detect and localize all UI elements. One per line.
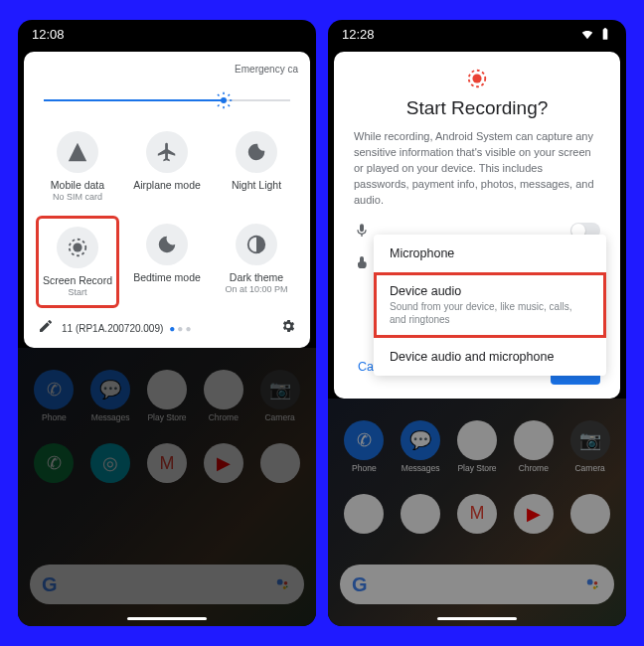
record-icon xyxy=(466,68,488,89)
dialog-title: Start Recording? xyxy=(354,97,600,119)
signal-icon xyxy=(57,131,98,173)
phone-right: 12:28 Start Recording? While recording, … xyxy=(328,20,626,626)
app-phone[interactable]: ✆Phone xyxy=(337,420,391,473)
tile-night-light[interactable]: Night Light xyxy=(215,123,298,210)
popup-item-title: Microphone xyxy=(390,246,590,260)
tile-bedtime-mode[interactable]: Bedtime mode xyxy=(125,216,209,308)
popup-item-microphone[interactable]: Microphone xyxy=(374,235,606,272)
svg-point-15 xyxy=(286,585,288,587)
popup-item-title: Device audio and microphone xyxy=(390,350,590,364)
popup-item-title: Device audio xyxy=(390,284,590,298)
app-icon[interactable]: ▶ xyxy=(197,443,250,483)
emergency-text[interactable]: Emergency ca xyxy=(235,64,298,75)
app-icon[interactable]: ▶ xyxy=(507,494,561,534)
svg-point-9 xyxy=(73,242,81,251)
tile-airplane-mode[interactable]: Airplane mode xyxy=(125,123,209,210)
nav-handle[interactable] xyxy=(127,617,207,620)
slider-fill xyxy=(44,99,224,101)
app-icon[interactable]: ▶ xyxy=(564,494,617,534)
nav-handle[interactable] xyxy=(437,617,517,620)
svg-line-5 xyxy=(218,94,220,96)
tile-label: Night Light xyxy=(232,179,281,191)
airplane-icon xyxy=(146,131,188,173)
svg-point-18 xyxy=(587,579,593,585)
tile-sublabel: Start xyxy=(68,287,86,297)
tile-label: Bedtime mode xyxy=(133,271,201,283)
battery-icon xyxy=(598,27,612,41)
svg-point-21 xyxy=(596,585,598,587)
touch-icon xyxy=(354,254,370,270)
popup-item-device-audio[interactable]: Device audio Sound from your device, lik… xyxy=(374,272,606,338)
app-icon[interactable]: M xyxy=(450,494,504,534)
settings-gear-icon[interactable] xyxy=(280,318,296,338)
bedtime-icon xyxy=(146,224,188,265)
app-icon[interactable]: ◎ xyxy=(83,443,137,483)
svg-point-0 xyxy=(221,97,227,103)
dark-theme-icon xyxy=(236,224,277,265)
app-messages[interactable]: 💬Messages xyxy=(83,370,137,422)
tile-label: Mobile data xyxy=(51,179,104,191)
audio-source-popup: Microphone Device audio Sound from your … xyxy=(374,235,606,376)
status-bar: 12:28 xyxy=(328,20,626,48)
page-indicator: ●●● xyxy=(169,323,193,334)
app-chrome[interactable]: ◉Chrome xyxy=(507,420,561,473)
svg-line-8 xyxy=(229,94,231,96)
svg-point-14 xyxy=(283,586,286,589)
tile-screen-record[interactable]: Screen Record Start xyxy=(36,216,119,308)
tile-label: Airplane mode xyxy=(133,179,201,191)
app-icon[interactable]: M xyxy=(140,443,194,483)
app-icon[interactable]: ▶ xyxy=(253,443,307,483)
app-icon[interactable]: ◉ xyxy=(394,494,447,534)
dialog-body: While recording, Android System can capt… xyxy=(354,129,600,209)
svg-line-6 xyxy=(229,105,231,107)
app-icon[interactable]: ✦ xyxy=(337,494,391,534)
app-play-store[interactable]: ▶Play Store xyxy=(140,370,194,422)
popup-item-device-audio-mic[interactable]: Device audio and microphone xyxy=(374,338,606,376)
assistant-icon[interactable] xyxy=(582,574,602,594)
assistant-icon[interactable] xyxy=(272,574,292,594)
brightness-slider[interactable] xyxy=(44,93,290,107)
moon-icon xyxy=(236,131,277,173)
mic-icon xyxy=(354,223,370,239)
app-phone[interactable]: ✆Phone xyxy=(27,370,80,422)
app-messages[interactable]: 💬Messages xyxy=(394,420,447,473)
home-screen: ✆Phone 💬Messages ▶Play Store ◉Chrome 📷Ca… xyxy=(18,348,316,626)
google-icon: G xyxy=(42,573,58,596)
app-camera[interactable]: 📷Camera xyxy=(564,420,617,473)
start-recording-dialog: Start Recording? While recording, Androi… xyxy=(334,52,620,399)
svg-line-7 xyxy=(218,105,220,107)
panel-footer: 11 (RP1A.200720.009) ●●● xyxy=(36,318,298,338)
phone-left: 12:08 Emergency ca Mobile data No SIM ca… xyxy=(18,20,316,626)
home-screen: ✆Phone 💬Messages ▶Play Store ◉Chrome 📷Ca… xyxy=(328,399,626,626)
search-bar[interactable]: G xyxy=(340,565,614,604)
tile-label: Screen Record xyxy=(43,274,112,286)
app-play-store[interactable]: ▶Play Store xyxy=(450,420,504,473)
build-number: 11 (RP1A.200720.009) xyxy=(62,323,163,334)
status-bar: 12:08 xyxy=(18,20,316,48)
tile-mobile-data[interactable]: Mobile data No SIM card xyxy=(36,123,119,210)
app-chrome[interactable]: ◉Chrome xyxy=(197,370,250,422)
svg-point-19 xyxy=(594,581,598,585)
tile-sublabel: No SIM card xyxy=(53,192,102,202)
svg-point-13 xyxy=(284,581,288,585)
popup-item-sub: Sound from your device, like music, call… xyxy=(390,300,590,326)
brightness-icon[interactable] xyxy=(215,91,233,109)
edit-icon[interactable] xyxy=(38,318,54,338)
quick-settings-panel: Emergency ca Mobile data No SIM card Air… xyxy=(24,52,310,348)
tile-sublabel: On at 10:00 PM xyxy=(225,284,287,294)
tiles-grid: Mobile data No SIM card Airplane mode Ni… xyxy=(36,123,298,308)
wifi-icon xyxy=(580,27,594,41)
svg-point-12 xyxy=(277,579,283,585)
svg-point-20 xyxy=(593,586,596,589)
google-icon: G xyxy=(352,573,368,596)
tile-dark-theme[interactable]: Dark theme On at 10:00 PM xyxy=(215,216,298,308)
record-icon xyxy=(57,227,98,268)
clock: 12:28 xyxy=(342,27,375,42)
app-camera[interactable]: 📷Camera xyxy=(253,370,307,422)
clock: 12:08 xyxy=(32,27,65,42)
svg-point-16 xyxy=(472,74,481,82)
app-icon[interactable]: ✆ xyxy=(27,443,80,483)
search-bar[interactable]: G xyxy=(30,565,304,604)
tile-label: Dark theme xyxy=(230,271,283,283)
